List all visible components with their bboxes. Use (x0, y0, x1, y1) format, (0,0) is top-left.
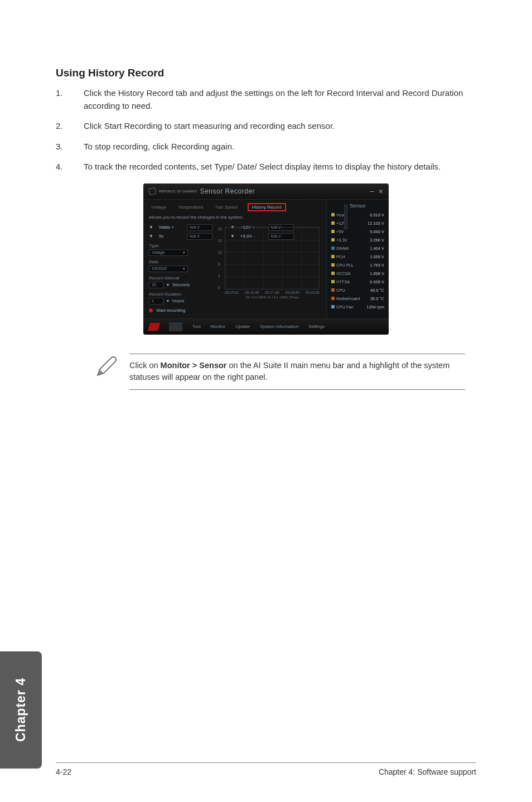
page-footer: 4-22 Chapter 4: Software support (56, 762, 476, 776)
sensor-row: PCH1.058 V (331, 253, 384, 261)
field-watts-plus-label: Watts + (159, 225, 181, 230)
minimize-icon[interactable]: − (370, 187, 374, 196)
step-item: 3. To stop recording, click Recording ag… (56, 141, 476, 153)
step-item: 1. Click the History Record tab and adju… (56, 87, 476, 112)
sensor-color-icon (331, 238, 335, 241)
note-pencil-icon (95, 355, 118, 380)
step-item: 2. Click Start Recording to start measur… (56, 120, 476, 133)
sensor-color-icon (331, 272, 335, 275)
sensor-row: Vcore0.910 V (331, 211, 384, 219)
sensor-panel: Sensor Vcore0.910 V +12V12.103 V +5V5.04… (326, 200, 389, 318)
window-titlebar: REPUBLIC OF GAMERS Sensor Recorder − × (143, 183, 389, 200)
sensor-row: DRAM1.404 V (331, 244, 384, 253)
toolbar-settings[interactable]: Settings (308, 324, 325, 329)
sensor-color-icon (331, 213, 335, 216)
bottom-toolbar: Tool Monitor Update System Information S… (143, 318, 389, 335)
sensor-color-icon (331, 297, 335, 300)
sensor-color-icon (331, 247, 335, 250)
chapter-side-tab-label: Chapter 4 (13, 678, 28, 742)
sensor-row: CPU PLL1.793 V (331, 261, 384, 269)
cpu-level-thumb[interactable] (169, 322, 182, 331)
tab-fan-speed[interactable]: Fan Speed (214, 204, 240, 211)
chevron-down-icon: ▾ (183, 267, 185, 271)
step-text: Click Start Recording to start measuring… (84, 120, 476, 133)
sensor-row: +3.3V3.296 V (331, 236, 384, 244)
page-number: 4-22 (56, 767, 71, 776)
close-icon[interactable]: × (379, 187, 383, 196)
chevron-down-icon: ▾ (183, 250, 185, 255)
section-heading: Using History Record (56, 67, 476, 79)
tabs-row: Voltage Temperature Fan Speed History Re… (149, 203, 321, 211)
start-recording-label: Start recording (156, 308, 185, 313)
toolbar-system-information[interactable]: System Information (260, 324, 298, 329)
field-5v-minus-label: 5v (159, 234, 181, 239)
screenshot-wrap: REPUBLIC OF GAMERS Sensor Recorder − × V… (56, 183, 476, 335)
app-logo-icon (148, 187, 156, 195)
sensor-color-icon (331, 288, 335, 292)
sensor-color-icon (331, 230, 335, 233)
note-text: Click on Monitor > Sensor on the AI Suit… (129, 354, 465, 390)
start-recording-button[interactable]: Start recording (149, 308, 321, 313)
type-select[interactable]: Voltage▾ (149, 249, 188, 256)
record-duration-value[interactable]: 4 (149, 298, 163, 305)
sensor-row: +12V12.103 V (331, 219, 384, 228)
toolbar-monitor[interactable]: Monitor (211, 324, 226, 329)
history-graph: 09:15:01 09:16:40 09:17:40 09:18:40 09:1… (225, 227, 320, 289)
step-number: 3. (56, 141, 84, 153)
step-text: Click the History Record tab and adjust … (84, 87, 476, 112)
rog-logo-icon (148, 323, 161, 331)
chevron-down-icon[interactable]: ▾ (167, 298, 169, 303)
graph-x-units: 41 / 0 0 100% 41 / 0 1 100% (Time) (225, 296, 320, 299)
field-watts-plus-value[interactable]: N/A V (187, 224, 212, 231)
sensor-row: CPU Fan1354 rpm (331, 303, 384, 311)
sensor-color-icon (331, 255, 335, 258)
toolbar-tool[interactable]: Tool (192, 324, 201, 329)
sensor-color-icon (331, 305, 335, 308)
tab-description: Allows you to record the changes in the … (149, 215, 321, 220)
chevron-down-icon[interactable]: ▾ (167, 282, 169, 287)
steps-list: 1. Click the History Record tab and adju… (56, 87, 476, 173)
step-text: To stop recording, click Recording again… (84, 141, 476, 153)
sensor-row: CPU40.0 °C (331, 286, 384, 294)
sensor-row: Motherboard36.0 °C (331, 294, 384, 303)
sensor-color-icon (331, 280, 335, 283)
field-5v-minus-value[interactable]: N/A V (187, 233, 212, 240)
step-number: 1. (56, 87, 84, 112)
sensor-recorder-window: REPUBLIC OF GAMERS Sensor Recorder − × V… (143, 183, 389, 335)
step-item: 4. To track the recorded contents, set T… (56, 161, 476, 173)
step-text: To track the recorded contents, set Type… (84, 161, 476, 173)
tab-voltage[interactable]: Voltage (149, 204, 168, 211)
tab-temperature[interactable]: Temperature (176, 204, 206, 211)
note-box: Click on Monitor > Sensor on the AI Suit… (95, 354, 476, 390)
step-number: 4. (56, 161, 84, 173)
scrollbar[interactable] (344, 205, 347, 229)
footer-chapter-title: Chapter 4: Software support (379, 767, 476, 776)
record-duration-unit: Hours (172, 298, 184, 303)
sensor-color-icon (331, 221, 335, 225)
sensor-panel-title: Sensor (331, 203, 384, 209)
sensor-color-icon (331, 263, 335, 267)
chapter-side-tab: Chapter 4 (0, 651, 42, 769)
date-select[interactable]: 2/5/2020▾ (149, 265, 188, 272)
toolbar-update[interactable]: Update (235, 324, 250, 329)
step-number: 2. (56, 120, 84, 133)
sensor-row: VCCSA1.008 V (331, 269, 384, 278)
graph-y-scale: 20 16 12 8 4 0 (218, 227, 222, 289)
sensor-row: VTTSA0.928 V (331, 278, 384, 286)
record-interval-unit: Seconds (172, 282, 190, 287)
window-title: Sensor Recorder (200, 187, 255, 195)
tab-history-record[interactable]: History Record (248, 203, 286, 211)
brand-text: REPUBLIC OF GAMERS (159, 190, 197, 193)
record-icon (149, 308, 153, 312)
record-interval-value[interactable]: 20 (149, 282, 163, 288)
sensor-row: +5V5.040 V (331, 228, 384, 236)
